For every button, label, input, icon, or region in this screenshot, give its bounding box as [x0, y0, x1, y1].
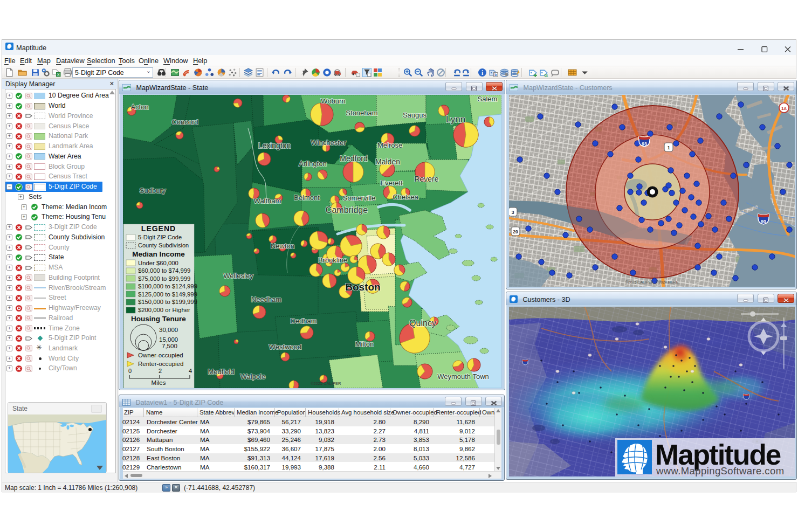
svg-text:Brookline: Brookline: [318, 256, 347, 264]
svg-text:$100,000 to $124,999: $100,000 to $124,999: [138, 283, 197, 289]
svg-text:3: 3: [512, 210, 514, 215]
svg-text:www.MappingSoftware.com: www.MappingSoftware.com: [656, 465, 784, 476]
svg-text:Boston: Boston: [345, 281, 380, 293]
svg-text:Malden: Malden: [375, 157, 400, 166]
svg-text:©2025 CALIPER: ©2025 CALIPER: [311, 381, 341, 386]
svg-text:$150,000 to $199,999: $150,000 to $199,999: [138, 299, 197, 305]
svg-text:Cambridge: Cambridge: [326, 205, 368, 215]
svg-text:G: G: [544, 73, 548, 77]
svg-text:Dedham: Dedham: [290, 317, 317, 325]
svg-text:Melrose: Melrose: [377, 141, 402, 149]
svg-text:Owner-occupied: Owner-occupied: [138, 352, 183, 358]
svg-text:0: 0: [128, 368, 132, 374]
svg-text:Lynn: Lynn: [446, 114, 465, 125]
svg-text:Arlington: Arlington: [299, 160, 326, 168]
svg-text:Winchester: Winchester: [311, 139, 346, 147]
svg-text:1A: 1A: [781, 106, 787, 111]
svg-text:20: 20: [513, 229, 518, 234]
svg-text:Housing Tenure: Housing Tenure: [131, 315, 186, 323]
svg-text:$60,000 to $74,999: $60,000 to $74,999: [138, 267, 190, 274]
svg-text:Newton: Newton: [271, 242, 294, 250]
svg-text:Saugus: Saugus: [403, 111, 427, 119]
svg-text:Salem: Salem: [478, 95, 498, 103]
svg-text:Everett: Everett: [380, 179, 403, 187]
svg-text:Medford: Medford: [340, 154, 367, 163]
svg-text:Revere: Revere: [414, 175, 438, 183]
svg-text:Milton: Milton: [355, 340, 374, 348]
svg-text:Belmont: Belmont: [294, 194, 320, 202]
svg-text:1: 1: [668, 145, 670, 150]
svg-text:Stoneham: Stoneham: [346, 109, 377, 117]
svg-text:Miles: Miles: [152, 379, 166, 386]
svg-text:93: 93: [642, 141, 647, 147]
svg-text:7,500: 7,500: [162, 343, 177, 349]
svg-text:2: 2: [159, 368, 162, 374]
svg-text:Renter-occupied: Renter-occupied: [138, 361, 183, 367]
svg-text:Acton: Acton: [130, 103, 148, 111]
svg-text:Waltham: Waltham: [254, 197, 281, 205]
svg-text:4: 4: [189, 368, 192, 374]
svg-text:Medfield: Medfield: [208, 368, 234, 376]
svg-text:Under $60,000: Under $60,000: [138, 260, 178, 266]
svg-text:Quincy: Quincy: [409, 319, 436, 328]
svg-text:$200,000 or Higher: $200,000 or Higher: [138, 307, 190, 313]
svg-text:Sudbury: Sudbury: [140, 186, 166, 195]
svg-text:30,000: 30,000: [159, 327, 178, 333]
svg-text:Weymouth Town: Weymouth Town: [437, 372, 489, 381]
svg-text:$125,000 to $149,999: $125,000 to $149,999: [138, 291, 197, 298]
svg-text:LEGEND: LEGEND: [141, 224, 176, 233]
svg-text:Median Income: Median Income: [132, 250, 185, 258]
svg-text:90: 90: [761, 219, 766, 224]
svg-text:15,000: 15,000: [159, 336, 178, 343]
svg-text:Walpole: Walpole: [240, 372, 265, 381]
svg-text:Woburn: Woburn: [321, 97, 345, 105]
svg-text:Lexington: Lexington: [258, 141, 291, 150]
svg-text:County Subdivision: County Subdivision: [138, 242, 189, 248]
svg-text:b: b: [494, 73, 497, 77]
svg-text:Westwood: Westwood: [269, 343, 301, 351]
svg-text:Wellesley: Wellesley: [223, 272, 253, 280]
svg-text:$75,000 to $99,999: $75,000 to $99,999: [138, 275, 190, 282]
svg-text:Needham: Needham: [251, 295, 281, 303]
svg-text:Chelsea: Chelsea: [393, 193, 418, 201]
svg-text:©2025 CALIPER, ©2024 HERE: ©2025 CALIPER, ©2024 HERE: [625, 280, 679, 284]
svg-text:5-Digit ZIP Code: 5-Digit ZIP Code: [138, 234, 182, 240]
svg-text:Concord: Concord: [171, 118, 198, 126]
svg-text:Somerville: Somerville: [343, 194, 376, 202]
